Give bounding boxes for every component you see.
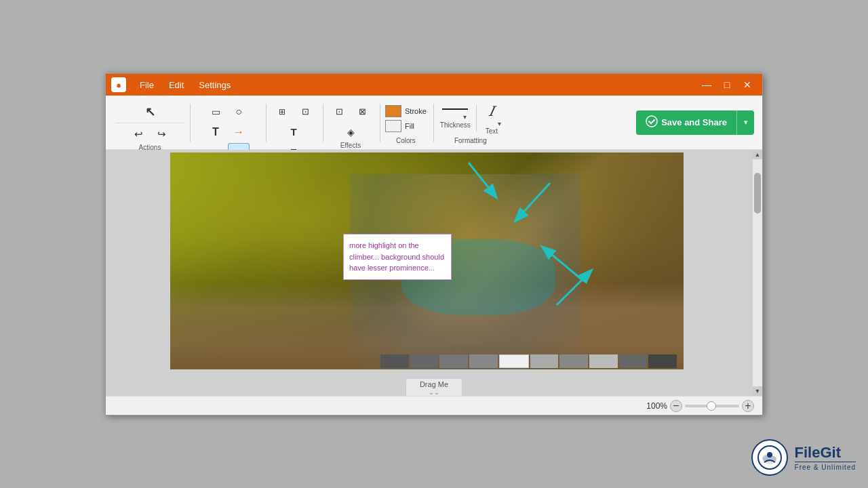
toolbar-group-actions: ↖ ↩ ↪ Actions xyxy=(111,98,189,147)
menu-edit[interactable]: Edit xyxy=(162,79,191,92)
svg-line-6 xyxy=(469,163,496,197)
annotation-callout[interactable]: more highlight on the climber... backgro… xyxy=(343,234,452,280)
minimize-button[interactable]: — xyxy=(697,77,716,92)
save-share-dropdown-button[interactable]: ▾ xyxy=(736,110,754,135)
colors-label: Colors xyxy=(396,137,416,147)
text-format-icon: 𝐼 xyxy=(489,103,494,119)
menu-settings[interactable]: Settings xyxy=(192,79,237,92)
stroke-color-swatch[interactable] xyxy=(385,105,401,117)
stroke-label: Stroke xyxy=(405,107,427,115)
toolbar-group-annotations: ⊞ ⊡ T T̲ Annotations xyxy=(266,98,321,147)
text-formatting-control[interactable]: 𝐼 ▾ Text xyxy=(482,103,501,135)
fill-label: Fill xyxy=(405,122,414,130)
pixelate-tool[interactable]: ⊡ xyxy=(328,102,350,121)
color-swatch-5[interactable] xyxy=(499,354,529,368)
thickness-label: Thickness xyxy=(440,121,471,129)
fill-tool[interactable]: ◈ xyxy=(340,123,361,142)
filegit-text: FileGit Free & Unlimited xyxy=(795,444,856,471)
crop-tool[interactable]: ⊡ xyxy=(294,102,316,121)
fill-color-swatch[interactable] xyxy=(385,120,401,132)
menu-bar: File Edit Settings xyxy=(133,79,697,92)
color-swatch-9[interactable] xyxy=(619,354,648,368)
color-swatch-10[interactable] xyxy=(648,354,677,368)
arrow-right-2 xyxy=(550,264,604,312)
text-tool[interactable]: T xyxy=(205,123,226,142)
filegit-branding: FileGit Free & Unlimited xyxy=(751,439,856,476)
svg-point-4 xyxy=(646,116,657,127)
stamp-tool[interactable]: ⊞ xyxy=(271,102,293,121)
scroll-thumb[interactable] xyxy=(754,173,761,214)
formatting-label: Formatting xyxy=(454,137,487,147)
toolbar: ↖ ↩ ↪ Actions ▭ ○ T → ✏ ∿ Shapes xyxy=(106,96,762,150)
colors-content: Stroke Fill xyxy=(385,98,427,137)
svg-point-2 xyxy=(117,84,121,87)
arrow-top-2 xyxy=(502,180,557,227)
svg-line-8 xyxy=(516,183,550,220)
vertical-scrollbar[interactable]: ▲ ▼ xyxy=(753,150,762,396)
image-canvas: more highlight on the climber... backgro… xyxy=(170,152,684,369)
toolbar-group-colors: Stroke Fill Colors xyxy=(380,98,432,147)
undo-button[interactable]: ↩ xyxy=(127,125,149,144)
arrow-tool[interactable]: → xyxy=(228,123,250,142)
drag-me-label: Drag Me xyxy=(420,380,448,388)
save-share-icon xyxy=(646,115,658,129)
window-controls: — □ ✕ xyxy=(697,77,757,92)
color-swatch-2[interactable] xyxy=(410,354,439,368)
app-window: File Edit Settings — □ ✕ ↖ ↩ ↪ Actions xyxy=(105,73,763,415)
redo-button[interactable]: ↪ xyxy=(151,125,172,144)
crop-effect-tool[interactable]: ⊠ xyxy=(351,102,373,121)
zoom-control: 100% − + xyxy=(644,400,754,412)
fill-row: Fill xyxy=(385,120,414,132)
color-swatch-8[interactable] xyxy=(589,354,618,368)
drag-chevron-icon: ⌄⌄ xyxy=(429,388,439,396)
select-tool-button[interactable]: ↖ xyxy=(139,102,161,121)
filegit-tagline: Free & Unlimited xyxy=(795,462,856,471)
filegit-icon xyxy=(751,439,788,476)
actions-buttons: ↖ ↩ ↪ xyxy=(115,98,184,144)
color-strip xyxy=(380,354,677,368)
thickness-control[interactable]: ▾ Thickness xyxy=(440,108,471,129)
zoom-slider-thumb[interactable] xyxy=(707,401,716,411)
callout-tool[interactable]: T xyxy=(283,123,304,142)
zoom-in-button[interactable]: + xyxy=(742,400,754,412)
desktop: File Edit Settings — □ ✕ ↖ ↩ ↪ Actions xyxy=(0,0,868,488)
filegit-name: FileGit xyxy=(795,444,856,462)
save-share-button[interactable]: Save and Share xyxy=(636,110,736,135)
save-share-container: Save and Share ▾ xyxy=(636,110,754,135)
save-share-label: Save and Share xyxy=(661,117,727,127)
title-bar: File Edit Settings — □ ✕ xyxy=(106,74,762,96)
toolbar-group-shapes: ▭ ○ T → ✏ ∿ Shapes xyxy=(190,98,264,147)
color-swatch-7[interactable] xyxy=(559,354,588,368)
svg-rect-3 xyxy=(117,81,120,83)
maximize-button[interactable]: □ xyxy=(717,77,736,92)
rectangle-tool[interactable]: ▭ xyxy=(205,102,226,121)
menu-file[interactable]: File xyxy=(133,79,161,92)
zoom-slider[interactable] xyxy=(685,405,739,407)
color-swatch-4[interactable] xyxy=(469,354,498,368)
color-swatch-6[interactable] xyxy=(530,354,559,368)
toolbar-group-formatting: ▾ Thickness 𝐼 ▾ Text xyxy=(433,98,508,147)
color-swatch-3[interactable] xyxy=(439,354,468,368)
annotation-text: more highlight on the climber... backgro… xyxy=(349,241,444,272)
app-logo xyxy=(111,77,126,92)
canvas-area: ▲ ▼ xyxy=(106,150,762,396)
zoom-level-text: 100% xyxy=(644,401,667,411)
effects-buttons: ⊡ ⊠ ◈ xyxy=(328,98,373,142)
ellipse-tool[interactable]: ○ xyxy=(228,102,250,121)
svg-point-19 xyxy=(767,452,772,458)
scroll-down-arrow[interactable]: ▼ xyxy=(753,386,762,396)
svg-line-14 xyxy=(557,271,591,305)
zoom-out-button[interactable]: − xyxy=(670,400,682,412)
photo-background: more highlight on the climber... backgro… xyxy=(170,152,684,369)
formatting-content: ▾ Thickness 𝐼 ▾ Text xyxy=(440,98,501,137)
status-bar: 100% − + xyxy=(106,396,762,415)
stroke-row: Stroke xyxy=(385,105,427,117)
scroll-up-arrow[interactable]: ▲ xyxy=(753,150,762,159)
text-label: Text xyxy=(486,127,498,135)
color-swatch-1[interactable] xyxy=(380,354,409,368)
drag-handle[interactable]: Drag Me ⌄⌄ xyxy=(406,378,462,396)
toolbar-group-effects: ⊡ ⊠ ◈ Effects xyxy=(323,98,378,147)
close-button[interactable]: ✕ xyxy=(738,77,757,92)
